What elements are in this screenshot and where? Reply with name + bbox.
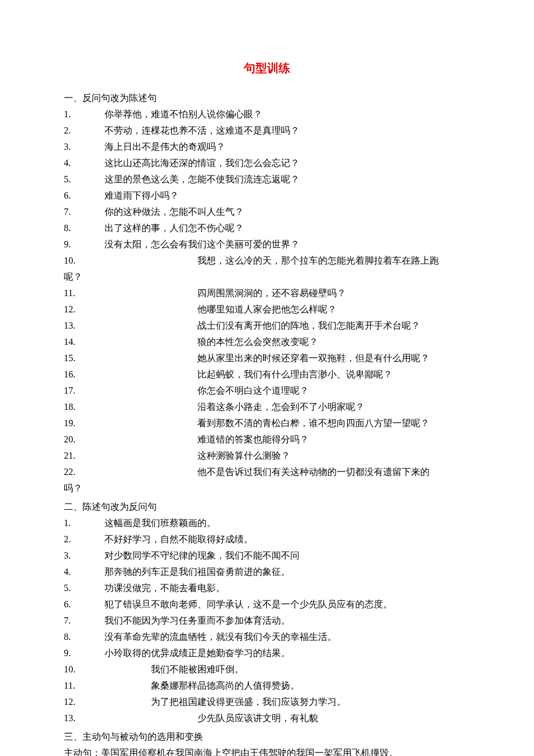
list-item: 10. 我想，这么冷的天，那个拉车的怎能光着脚拉着车在路上跑: [64, 253, 470, 269]
list-item: 8.出了这样的事，人们怎不伤心呢？: [64, 220, 470, 236]
item-text: 海上日出不是伟大的奇观吗？: [104, 139, 470, 155]
item-number: 10.: [64, 253, 197, 269]
item-number: 1.: [64, 515, 104, 531]
list-item: 2.不好好学习，自然不能取得好成绩。: [64, 531, 470, 548]
list-item: 20.难道错的答案也能得分吗？: [64, 431, 470, 448]
item-number: 3.: [64, 139, 104, 155]
document-title: 句型训练: [64, 58, 470, 78]
item-number: 22.: [64, 464, 197, 480]
item-text-continuation: 呢？: [64, 269, 470, 285]
item-text: 比起蚂蚁，我们有什么理由言渺小、说卑鄙呢？: [197, 366, 470, 383]
list-item: 11.象桑娜那样品德高尚的人值得赞扬。: [64, 678, 470, 694]
item-text: 出了这样的事，人们怎不伤心呢？: [104, 220, 470, 236]
item-text: 没有革命先辈的流血牺牲，就没有我们今天的幸福生活。: [104, 629, 470, 645]
item-text: 难道错的答案也能得分吗？: [197, 431, 470, 448]
list-item: 14.狼的本性怎么会突然改变呢？: [64, 334, 470, 350]
list-item: 21.这种测验算什么测验？: [64, 448, 470, 464]
item-number: 15.: [64, 350, 197, 366]
item-number: 6.: [64, 188, 104, 204]
list-item: 3.海上日出不是伟大的奇观吗？: [64, 139, 470, 155]
item-number: 13.: [64, 710, 197, 726]
item-number: 14.: [64, 334, 197, 350]
item-text: 难道雨下得小吗？: [104, 188, 470, 204]
item-text: 我想，这么冷的天，那个拉车的怎能光着脚拉着车在路上跑: [197, 253, 470, 269]
item-number: 13.: [64, 318, 197, 334]
item-text: 他不是告诉过我们有关这种动物的一切都没有遗留下来的: [197, 464, 470, 480]
item-text: 她从家里出来的时候还穿着一双拖鞋，但是有什么用呢？: [197, 350, 470, 366]
item-number: 4.: [64, 564, 104, 580]
item-number: 9.: [64, 645, 104, 661]
section-3-header: 三、主动句与被动句的选用和变换: [64, 729, 470, 745]
list-item: 15.她从家里出来的时候还穿着一双拖鞋，但是有什么用呢？: [64, 350, 470, 366]
item-text: 这种测验算什么测验？: [197, 448, 470, 464]
list-item: 18.沿着这条小路走，怎会到不了小明家呢？: [64, 399, 470, 415]
list-item: 4.这比山还高比海还深的情谊，我们怎么会忘记？: [64, 155, 470, 171]
item-number: 5.: [64, 580, 104, 596]
item-number: 2.: [64, 123, 104, 139]
list-item: 3.对少数同学不守纪律的现象，我们不能不闻不问: [64, 548, 470, 564]
item-text: 他哪里知道人家会把他怎么样呢？: [197, 301, 470, 318]
list-item: 7.我们不能因为学习任务重而不参加体育活动。: [64, 613, 470, 629]
section-2-header: 二、陈述句改为反问句: [64, 499, 470, 515]
item-number: 7.: [64, 204, 104, 220]
list-item: 22. 他不是告诉过我们有关这种动物的一切都没有遗留下来的: [64, 464, 470, 480]
item-text: 为了把祖国建设得更强盛，我们应该努力学习。: [151, 694, 470, 710]
item-text: 象桑娜那样品德高尚的人值得赞扬。: [151, 678, 470, 694]
list-item: 4.那奔驰的列车正是我们祖国奋勇前进的象征。: [64, 564, 470, 580]
item-number: 11.: [64, 678, 151, 694]
list-item: 11.四周围黑洞洞的，还不容易碰壁吗？: [64, 285, 470, 301]
item-text: 功课没做完，不能去看电影。: [104, 580, 470, 596]
item-text: 战士们没有离开他们的阵地，我们怎能离开手术台呢？: [197, 318, 470, 334]
item-number: 2.: [64, 531, 104, 548]
item-text: 我们不能因为学习任务重而不参加体育活动。: [104, 613, 470, 629]
item-number: 12.: [64, 694, 151, 710]
item-text: 没有太阳，怎么会有我们这个美丽可爱的世界？: [104, 236, 470, 253]
item-number: 17.: [64, 383, 197, 399]
item-number: 8.: [64, 629, 104, 645]
list-item: 12.为了把祖国建设得更强盛，我们应该努力学习。: [64, 694, 470, 710]
item-text: 沿着这条小路走，怎会到不了小明家呢？: [197, 399, 470, 415]
item-number: 6.: [64, 596, 104, 613]
section-1-header: 一、反问句改为陈述句: [64, 90, 470, 106]
list-item: 16.比起蚂蚁，我们有什么理由言渺小、说卑鄙呢？: [64, 366, 470, 383]
list-item: 5.这里的景色这么美，怎能不使我们流连忘返呢？: [64, 171, 470, 188]
list-item: 12.他哪里知道人家会把他怎么样呢？: [64, 301, 470, 318]
section-2-list-b: 10.我们不能被困难吓倒。11.象桑娜那样品德高尚的人值得赞扬。12.为了把祖国…: [64, 661, 470, 710]
list-item: 17.你怎会不明白这个道理呢？: [64, 383, 470, 399]
list-item: 5.功课没做完，不能去看电影。: [64, 580, 470, 596]
list-item: 6.犯了错误旦不敢向老师、同学承认，这不是一个少先队员应有的态度。: [64, 596, 470, 613]
item-number: 19.: [64, 415, 197, 431]
section-1-list-b: 11.四周围黑洞洞的，还不容易碰壁吗？12.他哪里知道人家会把他怎么样呢？13.…: [64, 285, 470, 464]
item-number: 8.: [64, 220, 104, 236]
item-text: 少先队员应该讲文明，有礼貌: [197, 710, 470, 726]
item-text: 四周围黑洞洞的，还不容易碰壁吗？: [197, 285, 470, 301]
list-item: 9.没有太阳，怎么会有我们这个美丽可爱的世界？: [64, 236, 470, 253]
item-text: 你怎会不明白这个道理呢？: [197, 383, 470, 399]
item-text: 你举荐他，难道不怕别人说你偏心眼？: [104, 106, 470, 123]
list-item: 13.战士们没有离开他们的阵地，我们怎能离开手术台呢？: [64, 318, 470, 334]
item-number: 12.: [64, 301, 197, 318]
list-item: 1.你举荐他，难道不怕别人说你偏心眼？: [64, 106, 470, 123]
list-item: 19.看到那数不清的青松白桦，谁不想向四面八方望一望呢？: [64, 415, 470, 431]
item-number: 11.: [64, 285, 197, 301]
item-text: 这比山还高比海还深的情谊，我们怎么会忘记？: [104, 155, 470, 171]
document-page: 句型训练 一、反问句改为陈述句 1.你举荐他，难道不怕别人说你偏心眼？2.不劳动…: [0, 0, 534, 756]
item-number: 9.: [64, 236, 104, 253]
item-number: 7.: [64, 613, 104, 629]
item-number: 3.: [64, 548, 104, 564]
item-text: 你的这种做法，怎能不叫人生气？: [104, 204, 470, 220]
item-text: 对少数同学不守纪律的现象，我们不能不闻不问: [104, 548, 470, 564]
item-text: 小玲取得的优异成绩正是她勤奋学习的结果。: [104, 645, 470, 661]
item-number: 16.: [64, 366, 197, 383]
section-2-list-a: 1.这幅画是我们班蔡颖画的。2.不好好学习，自然不能取得好成绩。3.对少数同学不…: [64, 515, 470, 661]
list-item: 7.你的这种做法，怎能不叫人生气？: [64, 204, 470, 220]
item-text: 不劳动，连棵花也养不活，这难道不是真理吗？: [104, 123, 470, 139]
item-text: 这里的景色这么美，怎能不使我们流连忘返呢？: [104, 171, 470, 188]
list-item: 13. 少先队员应该讲文明，有礼貌: [64, 710, 470, 726]
item-number: 5.: [64, 171, 104, 188]
list-item: 2.不劳动，连棵花也养不活，这难道不是真理吗？: [64, 123, 470, 139]
list-item: 6.难道雨下得小吗？: [64, 188, 470, 204]
list-item: 8.没有革命先辈的流血牺牲，就没有我们今天的幸福生活。: [64, 629, 470, 645]
item-text: 那奔驰的列车正是我们祖国奋勇前进的象征。: [104, 564, 470, 580]
item-number: 1.: [64, 106, 104, 123]
